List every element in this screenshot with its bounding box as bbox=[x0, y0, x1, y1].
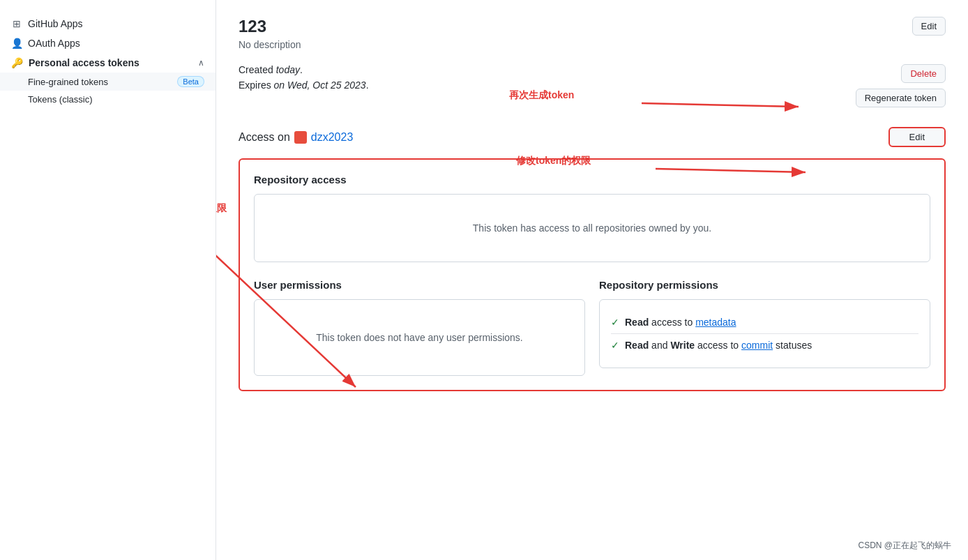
check-icon-2: ✓ bbox=[611, 340, 619, 351]
token-expires: Expires on Wed, Oct 25 2023. bbox=[239, 80, 369, 91]
person-icon: 👤 bbox=[11, 38, 22, 49]
repo-access-title: Repository access bbox=[254, 174, 930, 186]
token-edit-button[interactable]: Edit bbox=[912, 17, 946, 36]
access-section: Access on dzx2023 Edit bbox=[239, 127, 946, 147]
user-permissions-empty: This token does not have any user permis… bbox=[266, 311, 573, 364]
sidebar-sub-item-fine-grained[interactable]: Fine-grained tokens Beta bbox=[0, 73, 215, 91]
check-icon: ✓ bbox=[611, 317, 619, 328]
key-icon: 🔑 bbox=[11, 57, 23, 68]
sidebar-item-github-apps[interactable]: ⊞ GitHub Apps bbox=[0, 14, 215, 33]
main-content: 123 Edit No description Created today. E… bbox=[216, 0, 968, 560]
sub-item-label: Tokens (classic) bbox=[28, 94, 92, 105]
commit-link[interactable]: commit bbox=[741, 340, 773, 351]
sidebar-item-oauth-apps[interactable]: 👤 OAuth Apps bbox=[0, 33, 215, 53]
token-name: 123 bbox=[239, 17, 266, 36]
permissions-grid: User permissions This token does not hav… bbox=[254, 279, 930, 376]
annotation-current-perm: 当前tolen已经有的权限 bbox=[216, 202, 227, 215]
permissions-box: Repository access This token has access … bbox=[239, 158, 946, 391]
sidebar-item-label: GitHub Apps bbox=[28, 18, 83, 29]
org-link[interactable]: dzx2023 bbox=[311, 131, 354, 144]
perm-item-metadata: ✓ Read access to metadata bbox=[611, 311, 918, 334]
perm-write: Write bbox=[670, 340, 695, 351]
repo-permissions-col: Repository permissions ✓ Read access to … bbox=[599, 279, 930, 376]
perm-read-1: Read bbox=[625, 317, 649, 328]
token-meta-left: Created today. Expires on Wed, Oct 25 20… bbox=[239, 64, 369, 91]
token-header: 123 Edit bbox=[239, 17, 946, 36]
access-label: Access on dzx2023 bbox=[239, 131, 353, 144]
repo-permissions-title: Repository permissions bbox=[599, 279, 930, 291]
sidebar-sub-item-tokens-classic[interactable]: Tokens (classic) bbox=[0, 91, 215, 108]
sidebar: ⊞ GitHub Apps 👤 OAuth Apps 🔑 Personal ac… bbox=[0, 0, 216, 560]
beta-badge: Beta bbox=[177, 76, 204, 87]
metadata-link[interactable]: metadata bbox=[695, 317, 736, 328]
token-meta-right: Delete Regenerate token bbox=[856, 64, 946, 107]
section-label: Personal access tokens bbox=[29, 57, 139, 68]
repo-access-section: Repository access This token has access … bbox=[254, 174, 930, 262]
sidebar-section-personal-access-tokens[interactable]: 🔑 Personal access tokens ∧ bbox=[0, 53, 215, 73]
repo-permissions-box: ✓ Read access to metadata ✓ Read and Wri… bbox=[599, 299, 930, 368]
token-meta: Created today. Expires on Wed, Oct 25 20… bbox=[239, 64, 946, 107]
regenerate-button[interactable]: Regenerate token bbox=[856, 89, 946, 107]
perm-item-commit-statuses: ✓ Read and Write access to commit status… bbox=[611, 334, 918, 356]
repo-access-message: This token has access to all repositorie… bbox=[254, 194, 930, 262]
user-permissions-col: User permissions This token does not hav… bbox=[254, 279, 585, 376]
token-created-when: today bbox=[276, 64, 300, 75]
sidebar-item-label: OAuth Apps bbox=[28, 38, 80, 49]
chevron-up-icon: ∧ bbox=[198, 58, 204, 68]
footer-text: CSDN @正在起飞的蜗牛 bbox=[858, 540, 951, 550]
token-created: Created today. bbox=[239, 64, 369, 75]
footer: CSDN @正在起飞的蜗牛 bbox=[858, 540, 951, 552]
perm-read-2: Read bbox=[625, 340, 649, 351]
org-icon bbox=[294, 131, 307, 144]
user-permissions-title: User permissions bbox=[254, 279, 585, 291]
sub-item-label: Fine-grained tokens bbox=[28, 77, 108, 87]
token-expires-when: on Wed, Oct 25 2023 bbox=[274, 80, 366, 91]
grid-icon: ⊞ bbox=[11, 18, 22, 29]
access-edit-button[interactable]: Edit bbox=[888, 127, 946, 147]
token-description: No description bbox=[239, 39, 946, 50]
user-permissions-box: This token does not have any user permis… bbox=[254, 299, 585, 376]
delete-button[interactable]: Delete bbox=[901, 64, 946, 83]
